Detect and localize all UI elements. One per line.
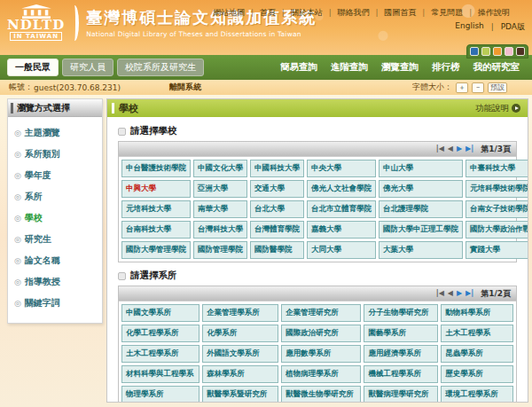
school-cell[interactable]: 國防大學政治作戰學院 <box>466 221 528 239</box>
school-cell[interactable]: 台北護理學院 <box>379 200 463 218</box>
school-cell[interactable]: 台北大學 <box>250 200 304 218</box>
dept-cell[interactable]: 化學工程學系所 <box>121 325 200 342</box>
dept-cell[interactable]: 應用經濟學系所 <box>364 345 438 363</box>
link-about[interactable]: 關於本站 <box>276 7 323 19</box>
sidebar-item-academic-year[interactable]: ◎學年度 <box>12 165 98 186</box>
school-cell[interactable]: 國防管理學院 <box>193 241 247 259</box>
dept-cell[interactable]: 獸醫微生物學研究所 <box>281 386 361 403</box>
dept-cell[interactable]: 物理學系所 <box>121 386 200 403</box>
dept-cell[interactable]: 昆蟲學系所 <box>441 345 513 363</box>
link-faq[interactable]: 常見問題 <box>416 7 463 19</box>
menu-rankings[interactable]: 排行榜 <box>432 61 460 74</box>
school-cell[interactable]: 亞洲大學 <box>193 180 247 198</box>
theme-swatch-green[interactable] <box>481 47 490 56</box>
tab-schools-grads[interactable]: 校院系所及研究生 <box>117 59 204 76</box>
dept-cell[interactable]: 園藝學系所 <box>364 325 438 342</box>
sidebar-item-department[interactable]: ◎系所 <box>12 186 98 207</box>
dept-cell[interactable]: 中國文學系所 <box>121 304 200 322</box>
dept-cell[interactable]: 分子生物學研究所 <box>364 304 438 322</box>
dept-cell[interactable]: 獸醫病理學研究所 <box>364 386 438 403</box>
theme-swatch-brown[interactable] <box>516 47 525 56</box>
logout-link[interactable]: 離開系統 <box>169 82 201 93</box>
sidebar-item-keywords[interactable]: ◎關鍵字詞 <box>12 293 98 314</box>
link-sitemap[interactable]: 網站地圖 <box>213 7 245 19</box>
link-contact[interactable]: 聯絡我們 <box>323 7 370 19</box>
link-home[interactable]: 首頁 <box>245 7 276 19</box>
account-strip: 帳號： guest(203.70.68.231) 離開系統 字體大小： ＋ － … <box>0 80 532 95</box>
link-help[interactable]: 操作說明 <box>463 7 510 19</box>
dept-cell[interactable]: 環境工程學系所 <box>441 386 513 403</box>
dept-cell[interactable]: 國際政治研究所 <box>281 325 361 342</box>
dept-cell[interactable]: 外國語文學系所 <box>202 345 278 363</box>
font-default-button[interactable]: 預設 <box>488 82 507 93</box>
sidebar-item-topic-browse[interactable]: ◎主題瀏覽 <box>12 122 98 144</box>
sidebar-item-school[interactable]: ◎學校 <box>12 207 98 229</box>
school-cell[interactable]: 台南女子技術學院 <box>466 200 528 218</box>
school-cell[interactable]: 中國文化大學 <box>193 160 247 177</box>
dept-cell[interactable]: 獸醫學系暨研究所 <box>202 386 278 403</box>
dept-cell[interactable]: 機械工程學系所 <box>364 365 438 383</box>
school-cell[interactable]: 台灣體育學院 <box>250 221 304 239</box>
school-cell[interactable]: 中央大學 <box>307 160 376 177</box>
menu-my-research-room[interactable]: 我的研究室 <box>473 61 520 74</box>
dept-cell[interactable]: 企業管理研究所 <box>281 304 361 322</box>
school-cell[interactable]: 中台醫護技術學院 <box>121 160 191 177</box>
sidebar-item-grad-student[interactable]: ◎研究生 <box>12 229 98 250</box>
theme-swatch-orange[interactable] <box>493 47 502 56</box>
link-pda[interactable]: PDA版 <box>484 21 525 33</box>
school-cell[interactable]: 台灣科技大學 <box>193 221 247 239</box>
dept-cell[interactable]: 應用數學系所 <box>281 345 361 363</box>
font-decrease-button[interactable]: － <box>472 82 484 93</box>
prev-page-button[interactable]: ◀ <box>448 290 453 297</box>
school-cell[interactable]: 嘉義大學 <box>307 221 376 239</box>
link-ncl-home[interactable]: 國圖首頁 <box>370 7 417 19</box>
menu-advanced-search[interactable]: 進階查詢 <box>331 61 368 74</box>
school-cell[interactable]: 國防醫學院 <box>250 241 304 259</box>
dept-cell[interactable]: 土木工程學系 <box>441 325 513 342</box>
school-cell[interactable]: 中臺科技大學 <box>466 160 528 177</box>
school-cell[interactable]: 南華大學 <box>193 200 247 218</box>
school-cell[interactable]: 大同大學 <box>307 241 376 259</box>
school-cell[interactable]: 大葉大學 <box>379 241 463 259</box>
school-cell-selected[interactable]: 中興大學 <box>121 180 191 198</box>
school-cell[interactable]: 佛光人文社會學院 <box>307 180 376 198</box>
next-page-button[interactable]: ▶ <box>457 290 462 297</box>
font-increase-button[interactable]: ＋ <box>456 82 468 93</box>
school-cell[interactable]: 中山大學 <box>379 160 463 177</box>
school-cell[interactable]: 元培科學技術學院 <box>466 180 528 198</box>
sidebar-item-thesis-title[interactable]: ◎論文名稱 <box>12 250 98 271</box>
next-page-button[interactable]: ▶ <box>457 145 462 153</box>
school-cell[interactable]: 國防大學管理學院 <box>121 241 191 259</box>
last-page-button[interactable]: ▶| <box>466 145 473 153</box>
school-cell[interactable]: 交通大學 <box>250 180 304 198</box>
first-page-button[interactable]: |◀ <box>436 145 444 153</box>
last-page-button[interactable]: ▶| <box>466 290 473 297</box>
sidebar-item-dept-category[interactable]: ◎系所類別 <box>12 144 98 165</box>
school-cell[interactable]: 台北市立體育學院 <box>307 200 376 218</box>
first-page-button[interactable]: |◀ <box>436 290 444 297</box>
dept-cell[interactable]: 植物病理學系所 <box>281 365 361 383</box>
school-cell[interactable]: 實踐大學 <box>466 241 528 259</box>
dept-cell[interactable]: 化學系所 <box>202 325 278 342</box>
dept-cell[interactable]: 歷史學系所 <box>441 365 513 383</box>
help-link[interactable]: 功能說明 <box>475 103 520 114</box>
tab-researchers[interactable]: 研究人員 <box>62 59 113 76</box>
prev-page-button[interactable]: ◀ <box>448 145 453 153</box>
tab-general-public[interactable]: 一般民眾 <box>7 59 59 76</box>
school-cell[interactable]: 台南科技大學 <box>121 221 191 239</box>
theme-swatch-pink[interactable] <box>505 47 513 56</box>
dept-cell[interactable]: 材料科學與工程學系 <box>121 365 200 383</box>
school-cell[interactable]: 國防大學中正理工學院 <box>379 221 463 239</box>
menu-simple-search[interactable]: 簡易查詢 <box>280 61 317 74</box>
menu-browse-search[interactable]: 瀏覽查詢 <box>381 61 419 74</box>
school-cell[interactable]: 中國科技大學 <box>250 160 304 177</box>
theme-swatch-blue[interactable] <box>470 47 479 56</box>
dept-cell[interactable]: 企業管理學系所 <box>202 304 278 322</box>
dept-cell[interactable]: 森林學系所 <box>202 365 278 383</box>
dept-cell[interactable]: 動物科學系所 <box>441 304 513 322</box>
school-cell[interactable]: 佛光大學 <box>379 180 463 198</box>
link-english[interactable]: English <box>455 21 484 33</box>
sidebar-item-advisor[interactable]: ◎指導教授 <box>12 271 98 293</box>
school-cell[interactable]: 元培科技大學 <box>121 200 191 218</box>
dept-cell[interactable]: 土木工程學系所 <box>121 345 200 363</box>
